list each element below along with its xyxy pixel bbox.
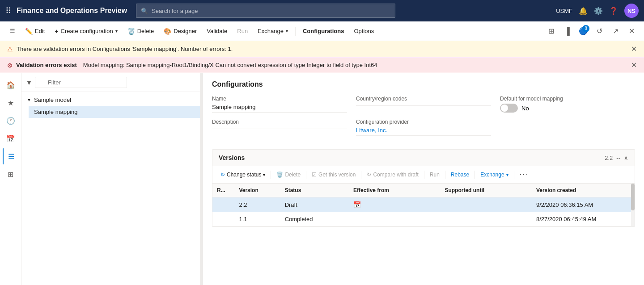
default-mapping-toggle[interactable] — [500, 104, 518, 113]
calendar-sidebar-icon[interactable]: 📅 — [3, 130, 19, 147]
filter-icon[interactable]: ▼ — [26, 79, 32, 86]
ver-sep7 — [514, 171, 514, 179]
versions-run-button: Run — [426, 170, 443, 180]
warning-close-button[interactable]: ✕ — [631, 45, 637, 53]
versions-table: R... Version Status Effective from Suppo… — [212, 184, 635, 226]
compare-draft-button: ↻ Compare with draft — [363, 170, 422, 180]
col-header-r: R... — [212, 184, 234, 197]
column-icon[interactable]: ▐ — [560, 24, 574, 38]
tree-item-child-label: Sample mapping — [34, 109, 78, 115]
ver-sep1 — [271, 171, 271, 179]
versions-exchange-button[interactable]: Exchange ▾ — [477, 170, 512, 180]
config-provider-label: Configuration provider — [356, 119, 491, 125]
app-grid-icon[interactable]: ⠿ — [5, 6, 11, 16]
grid-layout-icon[interactable]: ⊞ — [544, 24, 558, 38]
ver-sep3 — [361, 171, 361, 179]
col-header-created: Version created — [532, 184, 635, 197]
scroll-thumb[interactable] — [631, 184, 635, 210]
toggle-knob — [501, 105, 508, 112]
form-grid: Name Sample mapping Country/region codes… — [212, 96, 635, 142]
change-status-button[interactable]: ↻ Change status ▾ — [217, 170, 269, 180]
top-nav-right: USMF 🔔 ⚙️ ❓ NS — [556, 4, 639, 18]
options-tab[interactable]: Options — [349, 25, 378, 37]
cell-r-1 — [212, 212, 234, 226]
configurations-tab[interactable]: Configurations — [298, 25, 348, 37]
settings-icon[interactable]: ⚙️ — [594, 7, 603, 15]
chevron-down-icon: ▾ — [115, 29, 118, 34]
table-row[interactable]: 1.1 Completed 8/27/2020 06:45:49 AM — [212, 212, 635, 226]
ver-sep2 — [306, 171, 306, 179]
ver-sep6 — [475, 171, 475, 179]
warning-icon: ⚠ — [7, 46, 13, 53]
search-input[interactable] — [152, 8, 390, 14]
home-icon[interactable]: 🏠 — [3, 77, 19, 93]
default-mapping-label: Default for model mapping — [500, 96, 635, 102]
create-configuration-button[interactable]: + Create configuration ▾ — [50, 25, 122, 38]
edit-icon: ✏️ — [25, 28, 33, 35]
expand-icon[interactable]: ↗ — [608, 24, 623, 38]
separator — [295, 27, 296, 36]
exchange-button[interactable]: Exchange ▾ — [253, 25, 292, 37]
search-bar[interactable]: 🔍 — [136, 4, 395, 18]
close-icon[interactable]: ✕ — [624, 24, 639, 38]
col-header-from: Effective from — [349, 184, 440, 197]
sidebar-icons: 🏠 ★ 🕐 📅 ☰ ⊞ — [0, 73, 21, 285]
filter-input[interactable] — [35, 77, 127, 88]
cell-until-0 — [440, 197, 531, 212]
get-version-button: ☑ Get this version — [308, 170, 359, 180]
alert-error: ⊗ Validation errors exist Model mapping:… — [0, 57, 644, 73]
description-field: Description — [212, 119, 347, 136]
grid-sidebar-icon[interactable]: ⊞ — [3, 166, 19, 182]
left-panel-toolbar: ▼ 🔍 — [21, 73, 200, 92]
versions-more-button[interactable]: ··· — [516, 169, 532, 180]
versions-table-wrap: R... Version Status Effective from Suppo… — [212, 184, 635, 226]
top-navigation: ⠿ Finance and Operations Preview 🔍 USMF … — [0, 0, 644, 21]
default-mapping-value: No — [521, 105, 529, 112]
delete-button[interactable]: 🗑️ Delete — [123, 25, 159, 38]
tree-area: ▼ Sample model Sample mapping — [21, 92, 200, 285]
cell-created-0: 9/2/2020 06:36:15 AM — [532, 197, 635, 212]
recent-icon[interactable]: 🕐 — [3, 113, 19, 129]
cell-version-0: 2.2 — [234, 197, 280, 212]
badge-button[interactable]: 🔵 8 — [576, 24, 590, 38]
toggle-row: No — [500, 104, 635, 113]
compare-icon: ↻ — [367, 172, 371, 178]
versions-title: Versions — [219, 154, 605, 161]
help-icon[interactable]: ❓ — [609, 7, 618, 15]
list-icon[interactable]: ☰ — [3, 148, 19, 164]
cell-created-1: 8/27/2020 06:45:49 AM — [532, 212, 635, 226]
rebase-button[interactable]: Rebase — [447, 170, 473, 180]
tree-item-sample-mapping[interactable]: Sample mapping — [29, 106, 200, 118]
avatar[interactable]: NS — [624, 4, 639, 18]
notification-icon[interactable]: 🔔 — [579, 7, 588, 15]
tree-item-sample-model[interactable]: ▼ Sample model — [21, 94, 200, 106]
run-button: Run — [233, 25, 252, 37]
description-label: Description — [212, 119, 347, 125]
col-header-status: Status — [280, 184, 349, 197]
menu-button[interactable]: ☰ — [5, 25, 20, 37]
version-number: 2.2 — [605, 155, 613, 161]
error-close-button[interactable]: ✕ — [631, 61, 637, 69]
versions-section: Versions 2.2 -- ∧ ↻ Change status ▾ 🗑️ D… — [212, 149, 635, 227]
star-icon[interactable]: ★ — [3, 95, 19, 111]
country-label: Country/region codes — [356, 96, 491, 102]
designer-button[interactable]: 🎨 Designer — [159, 25, 201, 38]
cell-r-0 — [212, 197, 234, 212]
cell-version-1: 1.1 — [234, 212, 280, 226]
main-layout: 🏠 ★ 🕐 📅 ☰ ⊞ ▼ 🔍 ▼ Sample model Sample ma… — [0, 73, 644, 285]
calendar-icon[interactable]: 📅 — [353, 201, 361, 208]
col-header-until: Supported until — [440, 184, 531, 197]
ver-sep5 — [445, 171, 445, 179]
refresh-icon[interactable]: ↺ — [592, 24, 606, 38]
table-row[interactable]: 2.2 Draft 📅 9/2/2020 06:36:15 AM — [212, 197, 635, 212]
error-detail: Model mapping: Sample mapping-Root1/Bind… — [83, 62, 377, 68]
scroll-track[interactable] — [631, 184, 635, 226]
config-provider-value[interactable]: Litware, Inc. — [356, 127, 491, 136]
versions-header: Versions 2.2 -- ∧ — [212, 150, 635, 166]
command-bar: ☰ ✏️ Edit + Create configuration ▾ 🗑️ De… — [0, 21, 644, 41]
versions-collapse-icon[interactable]: ∧ — [624, 155, 628, 161]
validate-button[interactable]: Validate — [202, 25, 232, 37]
app-title: Finance and Operations Preview — [17, 7, 127, 15]
section-title: Configurations — [212, 80, 635, 88]
edit-button[interactable]: ✏️ Edit — [21, 25, 49, 38]
